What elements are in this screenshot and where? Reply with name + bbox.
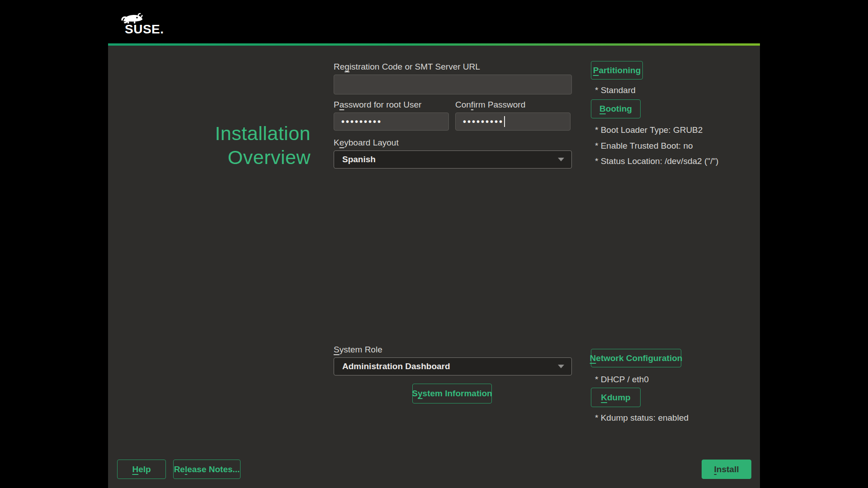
- release-notes-button[interactable]: Release Notes...: [173, 460, 241, 479]
- root-password-masked-value: •••••••••: [341, 117, 382, 127]
- root-password-input[interactable]: •••••••••: [334, 113, 449, 131]
- trusted-boot-status: * Enable Trusted Boot: no: [595, 141, 693, 151]
- boot-loader-status: * Boot Loader Type: GRUB2: [595, 125, 703, 135]
- registration-input[interactable]: [334, 75, 572, 94]
- partitioning-button[interactable]: Partitioning: [591, 61, 643, 80]
- suse-wordmark: SUSE.: [125, 22, 164, 37]
- text-cursor: [504, 116, 505, 127]
- system-role-select[interactable]: Administration Dashboard: [334, 357, 572, 375]
- system-role-label: System Role: [334, 345, 382, 355]
- confirm-password-input[interactable]: •••••••••: [455, 113, 571, 131]
- content-panel: Installation Overview Registration Code …: [108, 46, 760, 488]
- kdump-status: * Kdump status: enabled: [595, 413, 689, 423]
- page-title-line1: Installation: [161, 122, 311, 145]
- chevron-down-icon: [558, 158, 564, 161]
- keyboard-layout-label: Keyboard Layout: [334, 138, 399, 148]
- confirm-password-label: Confirm Password: [455, 100, 525, 110]
- network-configuration-button[interactable]: Network Configuration: [591, 349, 681, 367]
- system-information-button[interactable]: System Information: [412, 384, 492, 404]
- partitioning-status: * Standard: [595, 85, 636, 95]
- page-title: Installation Overview: [161, 122, 311, 169]
- kdump-button[interactable]: Kdump: [591, 388, 641, 407]
- keyboard-layout-select[interactable]: Spanish: [334, 150, 572, 169]
- install-button[interactable]: Install: [702, 460, 751, 479]
- network-status: * DHCP / eth0: [595, 375, 649, 385]
- system-role-value: Administration Dashboard: [342, 361, 558, 371]
- chevron-down-icon: [558, 365, 564, 368]
- suse-logo: SUSE.: [117, 8, 175, 35]
- confirm-password-masked-value: •••••••••: [463, 117, 504, 127]
- keyboard-layout-value: Spanish: [342, 155, 558, 164]
- help-button[interactable]: Help: [117, 460, 166, 479]
- booting-button[interactable]: Booting: [591, 99, 641, 118]
- page-title-line2: Overview: [161, 145, 311, 169]
- root-password-label: Password for root User: [334, 100, 421, 110]
- registration-label: Registration Code or SMT Server URL: [334, 62, 480, 72]
- status-location-status: * Status Location: /dev/sda2 ("/"): [595, 156, 718, 166]
- installer-window: SUSE. Installation Overview Registration…: [0, 0, 868, 488]
